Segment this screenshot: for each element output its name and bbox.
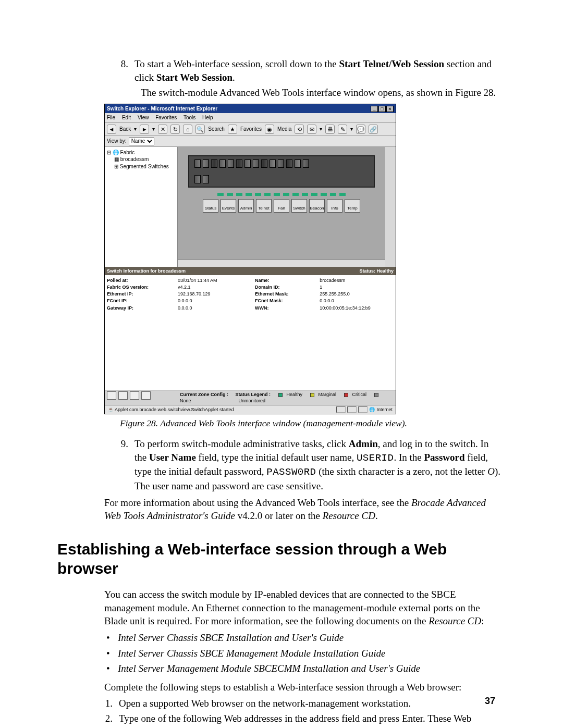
nav-icon[interactable] [141, 391, 151, 400]
bullet-item: Intel Server Chassis SBCE Installation a… [104, 631, 500, 645]
step-number: 8. [120, 57, 134, 84]
back-label[interactable]: Back [119, 126, 131, 133]
statusbar-text: Applet com.brocade.web.switchview.Switch… [115, 407, 234, 412]
info-header-right: Status: Healthy [359, 268, 394, 274]
edit-icon[interactable]: ✎ [338, 125, 347, 134]
info-header-left: Switch Information for brocadessm [107, 268, 186, 274]
zone-status-bar: Current Zone Config : None Status Legend… [178, 390, 396, 405]
status-legend: Status Legend : Healthy Marginal Critica… [235, 391, 394, 404]
app-btn-beacon[interactable]: Beacon [309, 199, 325, 213]
info-header: Switch Information for brocadessm Status… [105, 267, 396, 275]
list-item-step-8: 8. To start a Web-interface session, scr… [120, 57, 500, 84]
print-icon[interactable]: 🖶 [325, 125, 335, 134]
window-title: Switch Explorer - Microsoft Internet Exp… [107, 105, 217, 113]
complete-steps-line: Complete the following steps to establis… [104, 681, 500, 694]
blank-area [105, 312, 396, 390]
app-btn-fan[interactable]: Fan [274, 199, 289, 213]
search-label[interactable]: Search [208, 126, 225, 133]
refresh-button[interactable]: ↻ [170, 125, 180, 134]
zone-config-label: Current Zone Config : [180, 392, 228, 397]
port-row-top [194, 159, 369, 168]
history-icon[interactable]: ⟲ [295, 125, 304, 134]
menu-view[interactable]: View [138, 115, 149, 120]
zone-indicator: Internet [376, 406, 393, 413]
app-button-row: Status Events Admin Telnet Fan Switch Be… [178, 199, 385, 213]
step-8-sub: The switch-module Advanced Web Tools int… [141, 86, 500, 100]
nav-icon[interactable] [118, 391, 128, 400]
favorites-icon[interactable]: ★ [228, 125, 237, 134]
close-icon[interactable]: × [386, 106, 394, 112]
step-number: 1. [104, 697, 119, 710]
zone-config-value: None [180, 398, 191, 403]
nav-icon[interactable] [107, 391, 116, 400]
switch-info-grid: Polled at:03/01/04 11:44 AM Name:brocade… [105, 275, 396, 312]
forward-button[interactable]: ► [140, 125, 149, 134]
page-number: 37 [485, 695, 495, 707]
tree-brocadessm[interactable]: brocadessm [120, 156, 149, 162]
viewby-label: View by: [107, 138, 127, 145]
more-info-paragraph: For more information about using the Adv… [104, 496, 500, 523]
step-number: 9. [120, 437, 134, 493]
app-btn-status[interactable]: Status [203, 199, 218, 213]
app-btn-temp[interactable]: Temp [345, 199, 360, 213]
app-btn-admin[interactable]: Admin [238, 199, 254, 213]
port-icon[interactable] [194, 159, 201, 168]
back-button[interactable]: ◄ [107, 125, 116, 134]
step-text: Open a supported Web browser on the netw… [119, 697, 500, 710]
bullet-item: Intel Server Chassis SBCE Management Mod… [104, 647, 500, 660]
app-btn-events[interactable]: Events [221, 199, 236, 213]
resource-bullets: Intel Server Chassis SBCE Installation a… [104, 631, 500, 675]
step-text: Type one of the following Web addresses … [119, 712, 500, 728]
menu-tools[interactable]: Tools [183, 115, 195, 120]
discuss-icon[interactable]: 💬 [356, 125, 365, 134]
menu-favorites[interactable]: Favorites [155, 115, 177, 120]
step-number: 2. [104, 712, 119, 728]
app-btn-telnet[interactable]: Telnet [256, 199, 272, 213]
media-label[interactable]: Media [277, 126, 291, 133]
nav-icon[interactable] [130, 391, 139, 400]
tree-segmented[interactable]: Segmented Switches [120, 164, 169, 169]
nav-buttons[interactable] [105, 390, 178, 405]
window-titlebar: Switch Explorer - Microsoft Internet Exp… [105, 104, 396, 114]
menu-file[interactable]: File [107, 115, 115, 120]
app-btn-info[interactable]: Info [327, 199, 342, 213]
list-item-step-2: 2. Type one of the following Web address… [104, 712, 500, 728]
mail-icon[interactable]: ✉ [307, 125, 316, 134]
bullet-item: Intel Server Management Module SBCECMM I… [104, 662, 500, 675]
section-intro: You can access the switch module by IP-e… [104, 588, 500, 628]
maximize-icon[interactable]: □ [378, 106, 386, 112]
toolbar[interactable]: ◄ Back ▾ ► ▾ ✕ ↻ ⌂ 🔍 Search ★ Favorites … [105, 123, 396, 136]
media-icon[interactable]: ◉ [265, 125, 274, 134]
search-icon[interactable]: 🔍 [195, 125, 205, 134]
viewby-bar: View by: Name [105, 136, 396, 147]
research-icon[interactable]: 🔗 [369, 125, 378, 134]
app-btn-switch[interactable]: Switch [291, 199, 307, 213]
step-text: To perform switch-module administrative … [134, 437, 500, 493]
switch-panel: Status Events Admin Telnet Fan Switch Be… [178, 147, 396, 267]
window-buttons[interactable]: _ □ × [371, 106, 394, 112]
list-item-step-1: 1. Open a supported Web browser on the n… [104, 697, 500, 710]
port-row-bottom [194, 175, 369, 183]
viewby-select[interactable]: Name [129, 137, 154, 145]
stop-button[interactable]: ✕ [158, 125, 167, 134]
figure-28-screenshot: Switch Explorer - Microsoft Internet Exp… [104, 104, 396, 415]
fabric-tree[interactable]: ⊟ 🌐 Fabric ▦ brocadessm ⊞ Segmented Swit… [105, 147, 178, 267]
favorites-label[interactable]: Favorites [240, 126, 262, 133]
switch-graphic [188, 155, 375, 188]
port-indicator-row [178, 193, 385, 196]
horizontal-scrollbar[interactable] [178, 260, 385, 267]
menubar[interactable]: File Edit View Favorites Tools Help [105, 113, 396, 123]
menu-help[interactable]: Help [202, 115, 213, 120]
minimize-icon[interactable]: _ [371, 106, 378, 112]
home-button[interactable]: ⌂ [183, 125, 192, 134]
section-heading: Establishing a Web-interface session thr… [57, 539, 500, 578]
list-item-step-9: 9. To perform switch-module administrati… [120, 437, 500, 493]
figure-caption: Figure 28. Advanced Web Tools interface … [120, 417, 500, 430]
tree-root[interactable]: Fabric [120, 150, 135, 155]
browser-statusbar: ☕ Applet com.brocade.web.switchview.Swit… [105, 405, 396, 414]
step-text: To start a Web-interface session, scroll… [134, 57, 500, 84]
menu-edit[interactable]: Edit [122, 115, 131, 120]
